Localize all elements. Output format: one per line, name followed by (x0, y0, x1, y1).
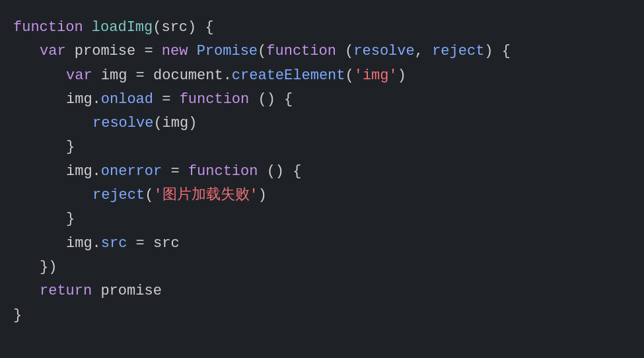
code-text: ) (398, 64, 406, 88)
keyword-function4: function (188, 160, 267, 184)
code-line-6: } (13, 135, 631, 159)
code-editor: function loadImg(src) { var promise = ne… (0, 0, 644, 358)
code-text: ) (258, 184, 267, 207)
keyword-var: var (40, 40, 75, 63)
reject-call: reject (92, 184, 145, 207)
code-text: img. (66, 88, 101, 112)
keyword-function: function (13, 16, 92, 40)
string-error: '图片加载失败' (153, 184, 258, 207)
code-text: ( (345, 40, 353, 63)
code-text: , (415, 40, 432, 63)
code-line-5: resolve(img) (13, 112, 631, 135)
code-text: } (66, 135, 75, 159)
keyword-new: new (162, 40, 197, 63)
code-text: img. (66, 232, 101, 256)
method-onload: onload (101, 88, 153, 112)
code-text: img = document. (101, 64, 232, 88)
keyword-function3: function (180, 88, 258, 112)
code-text: }) (40, 256, 57, 279)
code-line-4: img.onload = function () { (13, 88, 631, 112)
code-text: } (13, 304, 22, 328)
code-line-2: var promise = new Promise(function (reso… (13, 40, 631, 63)
reject-ident: reject (432, 40, 484, 63)
code-line-3: var img = document.createElement('img') (13, 64, 631, 88)
fn-name: loadImg (92, 16, 153, 40)
keyword-return: return (40, 279, 100, 303)
code-text: ( (258, 40, 266, 63)
code-line-1: function loadImg(src) { (13, 16, 631, 40)
code-text: = (153, 88, 180, 112)
method-onerror: onerror (101, 160, 162, 184)
method-createelement: createElement (232, 64, 345, 88)
code-line-10: img.src = src (13, 232, 631, 256)
code-line-9: } (13, 207, 631, 231)
code-line-13: } (13, 304, 631, 328)
keyword-function2: function (266, 40, 345, 63)
code-text: () { (258, 88, 293, 112)
code-text: ) { (484, 40, 511, 63)
code-text: ( (345, 64, 354, 88)
resolve-ident: resolve (353, 40, 414, 63)
code-line-12: return promise (13, 279, 631, 303)
code-text: = src (127, 232, 179, 256)
code-line-8: reject('图片加载失败') (13, 184, 631, 207)
code-text: (src) { (153, 16, 213, 40)
code-text: img. (66, 160, 101, 184)
code-text: () { (267, 160, 302, 184)
code-text: promise = (75, 40, 162, 63)
code-line-11: }) (13, 256, 631, 279)
code-line-7: img.onerror = function () { (13, 160, 631, 184)
code-text: (img) (153, 112, 197, 135)
promise-ident: Promise (197, 40, 258, 63)
method-src: src (101, 232, 127, 256)
code-text: = (162, 160, 188, 184)
keyword-var2: var (66, 64, 101, 88)
code-text: promise (100, 279, 161, 303)
string-img: 'img' (354, 64, 398, 88)
code-text: } (66, 207, 75, 231)
code-text: ( (145, 184, 153, 207)
resolve-call: resolve (92, 112, 153, 135)
